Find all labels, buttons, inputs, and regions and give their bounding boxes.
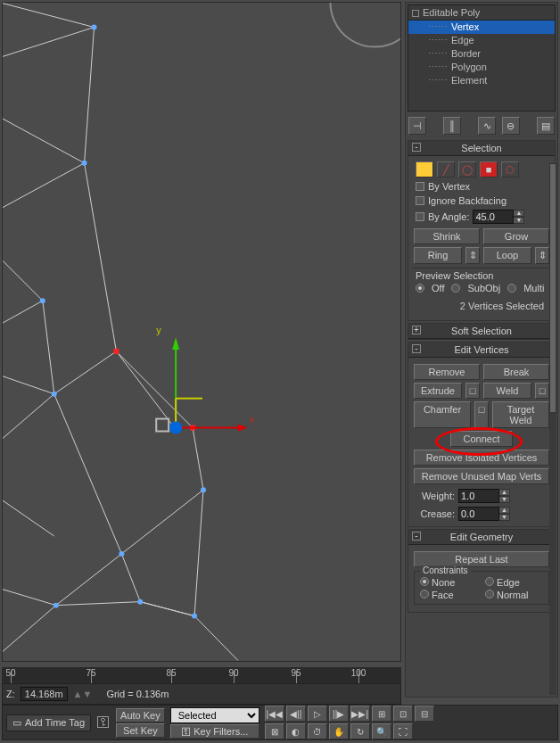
svg-marker-41: [172, 337, 179, 350]
edge-mode-icon[interactable]: ╱: [437, 161, 455, 177]
constraint-edge-radio[interactable]: [485, 577, 494, 586]
z-coord-field[interactable]: 14.168m: [21, 687, 68, 701]
loop-spinner[interactable]: ⇕: [535, 247, 549, 264]
extrude-settings-button[interactable]: □: [465, 383, 480, 399]
constraint-normal-radio[interactable]: [485, 590, 494, 599]
prev-frame-icon[interactable]: ◀||: [286, 706, 306, 722]
svg-line-7: [43, 301, 54, 394]
loop-button[interactable]: Loop: [483, 247, 531, 264]
grow-button[interactable]: Grow: [483, 228, 549, 244]
weld-button[interactable]: Weld: [483, 383, 531, 399]
goto-start-icon[interactable]: |◀◀: [265, 706, 284, 722]
remove-isolated-button[interactable]: Remove Isolated Vertices: [414, 450, 549, 466]
edit-geometry-header[interactable]: -Edit Geometry: [408, 530, 555, 545]
modifier-stack[interactable]: Editable Poly ⋯⋯Vertex ⋯⋯Edge ⋯⋯Border ⋯…: [408, 4, 556, 111]
configure-sets-icon[interactable]: ▤: [537, 117, 555, 135]
3d-viewport[interactable]: y x: [2, 2, 401, 662]
orbit-icon[interactable]: ↻: [350, 723, 370, 739]
by-vertex-checkbox[interactable]: [416, 182, 424, 191]
svg-point-31: [119, 551, 124, 557]
preview-subobj-radio[interactable]: [451, 284, 460, 293]
connect-button[interactable]: Connect: [450, 431, 513, 447]
key-mode-toggle-icon[interactable]: ◐: [286, 723, 306, 739]
angle-spinner[interactable]: ▲▼: [473, 210, 524, 224]
edit-vertices-rollout: -Edit Vertices Remove Break Extrude □ We…: [408, 342, 556, 527]
svg-line-22: [121, 554, 140, 602]
shrink-button[interactable]: Shrink: [414, 228, 480, 244]
target-weld-button[interactable]: Target Weld: [492, 401, 549, 428]
constraint-face-radio[interactable]: [420, 590, 429, 599]
remove-modifier-icon[interactable]: ⊖: [502, 117, 520, 135]
chamfer-button[interactable]: Chamfer: [414, 401, 471, 428]
selection-status: 2 Vertices Selected: [412, 295, 551, 317]
viewport-nav3-icon[interactable]: ⊟: [415, 706, 434, 722]
key-icon[interactable]: ⚿: [96, 714, 111, 731]
remove-unused-button[interactable]: Remove Unused Map Verts: [414, 468, 549, 484]
time-ruler[interactable]: 50 75 85 90 95 100: [2, 667, 401, 683]
goto-end-icon[interactable]: ▶▶|: [350, 706, 370, 722]
subobj-edge[interactable]: ⋯⋯Edge: [408, 34, 555, 47]
auto-key-button[interactable]: Auto Key: [116, 708, 165, 722]
preview-label: Preview Selection: [412, 270, 551, 281]
show-end-result-icon[interactable]: ║: [443, 117, 461, 135]
by-angle-checkbox[interactable]: [416, 212, 424, 221]
constraint-none-radio[interactable]: [420, 577, 429, 586]
ring-button[interactable]: Ring: [414, 247, 462, 264]
zoom-icon[interactable]: 🔍: [372, 723, 391, 739]
set-key-button[interactable]: Set Key: [116, 723, 165, 738]
preview-multi-radio[interactable]: [507, 284, 516, 293]
panel-scrollbar[interactable]: [549, 163, 556, 695]
weight-spinner[interactable]: ▲▼: [458, 489, 510, 503]
preview-off-radio[interactable]: [416, 284, 424, 293]
vertex-mode-icon[interactable]: ⋮⋮: [416, 161, 433, 177]
viewport-nav4-icon[interactable]: ⊠: [265, 723, 284, 739]
svg-line-4: [3, 163, 85, 208]
time-config-icon[interactable]: ⏱: [308, 723, 327, 739]
viewport-nav2-icon[interactable]: ⊡: [393, 706, 413, 722]
weld-settings-button[interactable]: □: [535, 383, 549, 399]
viewport-nav1-icon[interactable]: ⊞: [372, 706, 391, 722]
key-mode-select[interactable]: Selected: [170, 707, 259, 723]
pin-stack-icon[interactable]: ⊣: [408, 117, 426, 135]
svg-line-17: [56, 602, 141, 606]
polygon-mode-icon[interactable]: ■: [480, 161, 498, 177]
ring-spinner[interactable]: ⇕: [465, 247, 480, 264]
make-unique-icon[interactable]: ∿: [478, 117, 496, 135]
mod-stack-header[interactable]: Editable Poly: [408, 5, 555, 21]
subobj-vertex[interactable]: ⋯⋯Vertex: [408, 21, 555, 34]
svg-point-35: [201, 487, 206, 492]
svg-line-11: [85, 163, 117, 351]
edit-vertices-header[interactable]: -Edit Vertices: [408, 343, 555, 358]
crease-spinner[interactable]: ▲▼: [458, 507, 510, 521]
extrude-button[interactable]: Extrude: [414, 383, 462, 399]
pan-icon[interactable]: ✋: [329, 723, 349, 739]
break-button[interactable]: Break: [483, 364, 549, 380]
ignore-backfacing-checkbox[interactable]: [416, 196, 424, 205]
add-time-tag-button[interactable]: ▭Add Time Tag: [6, 714, 91, 731]
svg-marker-39: [238, 425, 248, 432]
svg-text:y: y: [156, 325, 161, 335]
svg-line-5: [3, 260, 43, 301]
selection-rollout: -Selection ⋮⋮ ╱ ◯ ■ ⬠ By Vertex Ignore B…: [408, 140, 556, 321]
next-frame-icon[interactable]: ||▶: [329, 706, 349, 722]
element-mode-icon[interactable]: ⬠: [501, 161, 519, 177]
svg-line-24: [140, 602, 194, 616]
remove-button[interactable]: Remove: [414, 364, 480, 380]
svg-line-14: [121, 490, 203, 554]
maximize-icon[interactable]: ⛶: [393, 723, 413, 739]
constraints-group: Constraints None Edge Face Normal: [414, 571, 549, 605]
subobj-polygon[interactable]: ⋯⋯Polygon: [408, 61, 555, 74]
edit-geometry-rollout: -Edit Geometry Repeat Last Constraints N…: [408, 529, 556, 613]
svg-line-1: [3, 4, 95, 28]
subobj-element[interactable]: ⋯⋯Element: [408, 74, 555, 87]
svg-point-27: [92, 25, 97, 30]
play-icon[interactable]: ▷: [308, 706, 327, 722]
soft-selection-header[interactable]: +Soft Selection: [408, 324, 555, 339]
status-bar: Z: 14.168m ▲▼ Grid = 0.136m: [2, 683, 401, 705]
selection-rollout-header[interactable]: -Selection: [408, 141, 555, 156]
subobj-border[interactable]: ⋯⋯Border: [408, 47, 555, 61]
chamfer-settings-button[interactable]: □: [474, 401, 489, 428]
command-panel: Editable Poly ⋯⋯Vertex ⋯⋯Edge ⋯⋯Border ⋯…: [405, 2, 558, 698]
border-mode-icon[interactable]: ◯: [458, 161, 476, 177]
key-filters-button[interactable]: ⚿ Key Filters...: [170, 724, 259, 739]
